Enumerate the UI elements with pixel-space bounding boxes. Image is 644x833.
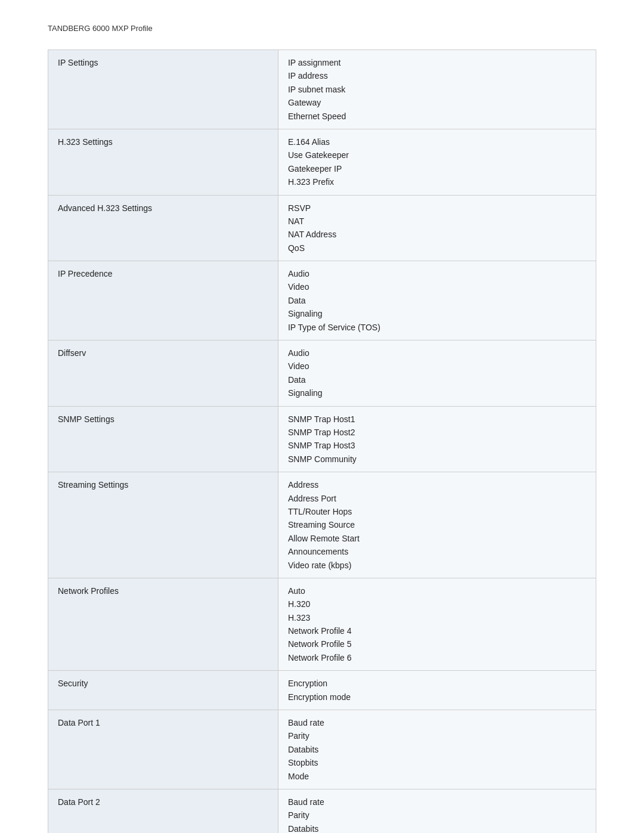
row-label: H.323 Settings bbox=[48, 129, 278, 195]
table-row: SecurityEncryption Encryption mode bbox=[48, 671, 596, 710]
row-items: Baud rate Parity Databits Stopbits Mode bbox=[278, 789, 596, 833]
row-items: Encryption Encryption mode bbox=[278, 671, 596, 710]
row-items: Address Address Port TTL/Router Hops Str… bbox=[278, 472, 596, 578]
table-row: IP SettingsIP assignment IP address IP s… bbox=[48, 50, 596, 129]
row-label: Advanced H.323 Settings bbox=[48, 195, 278, 261]
table-row: Streaming SettingsAddress Address Port T… bbox=[48, 472, 596, 578]
table-row: IP PrecedenceAudio Video Data Signaling … bbox=[48, 261, 596, 340]
row-items: SNMP Trap Host1 SNMP Trap Host2 SNMP Tra… bbox=[278, 406, 596, 472]
table-row: Advanced H.323 SettingsRSVP NAT NAT Addr… bbox=[48, 195, 596, 261]
row-items: Audio Video Data Signaling IP Type of Se… bbox=[278, 261, 596, 340]
row-label: Security bbox=[48, 671, 278, 710]
row-label: Streaming Settings bbox=[48, 472, 278, 578]
row-items: IP assignment IP address IP subnet mask … bbox=[278, 50, 596, 129]
row-label: Network Profiles bbox=[48, 578, 278, 670]
row-label: IP Settings bbox=[48, 50, 278, 129]
row-label: Data Port 1 bbox=[48, 710, 278, 789]
table-row: SNMP SettingsSNMP Trap Host1 SNMP Trap H… bbox=[48, 406, 596, 472]
table-row: Data Port 2Baud rate Parity Databits Sto… bbox=[48, 789, 596, 833]
table-row: DiffservAudio Video Data Signaling bbox=[48, 340, 596, 407]
row-label: SNMP Settings bbox=[48, 406, 278, 472]
settings-table: IP SettingsIP assignment IP address IP s… bbox=[48, 49, 596, 833]
page-header: TANDBERG 6000 MXP Profile bbox=[48, 24, 596, 33]
row-items: RSVP NAT NAT Address QoS bbox=[278, 195, 596, 261]
header-title: TANDBERG 6000 MXP Profile bbox=[48, 24, 153, 33]
row-items: Auto H.320 H.323 Network Profile 4 Netwo… bbox=[278, 578, 596, 670]
table-row: H.323 SettingsE.164 Alias Use Gatekeeper… bbox=[48, 129, 596, 195]
table-row: Network ProfilesAuto H.320 H.323 Network… bbox=[48, 578, 596, 670]
row-label: Data Port 2 bbox=[48, 789, 278, 833]
table-row: Data Port 1Baud rate Parity Databits Sto… bbox=[48, 710, 596, 789]
row-items: E.164 Alias Use Gatekeeper Gatekeeper IP… bbox=[278, 129, 596, 195]
row-items: Baud rate Parity Databits Stopbits Mode bbox=[278, 710, 596, 789]
row-label: IP Precedence bbox=[48, 261, 278, 340]
row-label: Diffserv bbox=[48, 340, 278, 407]
row-items: Audio Video Data Signaling bbox=[278, 340, 596, 407]
